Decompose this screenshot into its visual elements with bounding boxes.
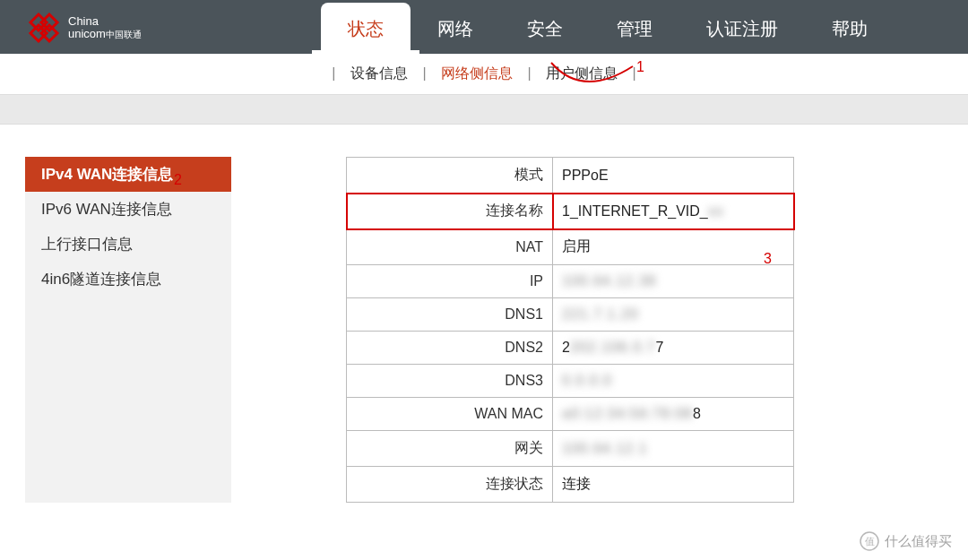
brand-line2: unicom中国联通 [68, 28, 142, 41]
subnav-network-side[interactable]: 网络侧信息 [441, 65, 513, 81]
nav-management[interactable]: 管理 [590, 3, 679, 54]
connection-info-table: 模式PPPoE 连接名称1_INTERNET_R_VID_xx NAT启用 IP… [346, 157, 794, 503]
brand-logo: China unicom中国联通 [0, 9, 142, 54]
table-row: DNS30.0.0.0 [347, 365, 794, 398]
sidebar-item-ipv4-wan[interactable]: IPv4 WAN连接信息 [25, 157, 231, 192]
annotation-label-3: 3 [764, 251, 772, 267]
row-label-gateway: 网关 [347, 431, 553, 467]
sub-nav: | 设备信息 | 网络侧信息 | 用户侧信息 | [0, 54, 968, 94]
row-label-conn-status: 连接状态 [347, 467, 553, 503]
row-label-dns3: DNS3 [347, 365, 553, 398]
row-label-dns1: DNS1 [347, 298, 553, 332]
brand-line1: China [68, 15, 142, 28]
sidebar-item-uplink[interactable]: 上行接口信息 [25, 227, 231, 262]
row-value-dns2: 2202.106.0.77 [553, 332, 794, 365]
sidebar-item-ipv6-wan[interactable]: IPv6 WAN连接信息 [25, 192, 231, 227]
row-value-dns3: 0.0.0.0 [553, 365, 794, 398]
subnav-device-info[interactable]: 设备信息 [350, 65, 408, 81]
subnav-sep: | [330, 65, 337, 81]
row-label-ip: IP [347, 265, 553, 298]
row-value-mode: PPPoE [553, 158, 794, 194]
table-row: 模式PPPoE [347, 158, 794, 194]
table-row: WAN MACa0:12:34:56:78:088 [347, 398, 794, 431]
row-label-mode: 模式 [347, 158, 553, 194]
watermark-icon: 值 [860, 531, 879, 551]
row-label-conn-name: 连接名称 [347, 194, 553, 229]
row-value-nat: 启用 [553, 229, 794, 265]
primary-nav: 状态 网络 安全 管理 认证注册 帮助 [321, 3, 895, 54]
row-value-gateway: 100.64.12.1 [553, 431, 794, 467]
row-label-dns2: DNS2 [347, 332, 553, 365]
row-value-ip: 100.64.12.38 [553, 265, 794, 298]
watermark-text: 什么值得买 [885, 533, 952, 550]
content-area: IPv4 WAN连接信息 IPv6 WAN连接信息 上行接口信息 4in6隧道连… [0, 157, 968, 503]
table-row: DNS22202.106.0.77 [347, 332, 794, 365]
unicom-knot-icon [25, 9, 63, 47]
nav-security[interactable]: 安全 [500, 3, 590, 54]
row-value-conn-name: 1_INTERNET_R_VID_xx [553, 194, 794, 229]
row-value-conn-status: 连接 [553, 467, 794, 503]
main-panel: 模式PPPoE 连接名称1_INTERNET_R_VID_xx NAT启用 IP… [346, 157, 968, 503]
annotation-curve-1 [547, 61, 645, 97]
nav-auth-register[interactable]: 认证注册 [679, 3, 805, 54]
subnav-sep: | [420, 65, 428, 81]
gray-divider-band [0, 94, 968, 125]
svg-text:值: 值 [865, 536, 875, 547]
table-row: IP100.64.12.38 [347, 265, 794, 298]
nav-status[interactable]: 状态 [321, 3, 411, 54]
watermark: 值 什么值得买 [860, 531, 952, 551]
sidebar-item-4in6-tunnel[interactable]: 4in6隧道连接信息 [25, 262, 231, 297]
table-row: DNS1221.7.1.20 [347, 298, 794, 332]
row-value-dns1: 221.7.1.20 [553, 298, 794, 332]
annotation-label-1: 1 [636, 59, 644, 75]
row-value-wan-mac: a0:12:34:56:78:088 [553, 398, 794, 431]
table-row: NAT启用 [347, 229, 794, 265]
row-label-nat: NAT [347, 229, 553, 265]
annotation-label-2: 2 [174, 172, 182, 188]
row-label-wan-mac: WAN MAC [347, 398, 553, 431]
subnav-sep: | [525, 65, 532, 81]
table-row-highlight: 连接名称1_INTERNET_R_VID_xx [347, 194, 794, 229]
sidebar: IPv4 WAN连接信息 IPv6 WAN连接信息 上行接口信息 4in6隧道连… [25, 157, 231, 503]
nav-network[interactable]: 网络 [411, 3, 500, 54]
table-row: 连接状态连接 [347, 467, 794, 503]
brand-text: China unicom中国联通 [68, 15, 142, 41]
nav-help[interactable]: 帮助 [805, 3, 895, 54]
top-navbar: China unicom中国联通 状态 网络 安全 管理 认证注册 帮助 [0, 0, 968, 54]
table-row: 网关100.64.12.1 [347, 431, 794, 467]
